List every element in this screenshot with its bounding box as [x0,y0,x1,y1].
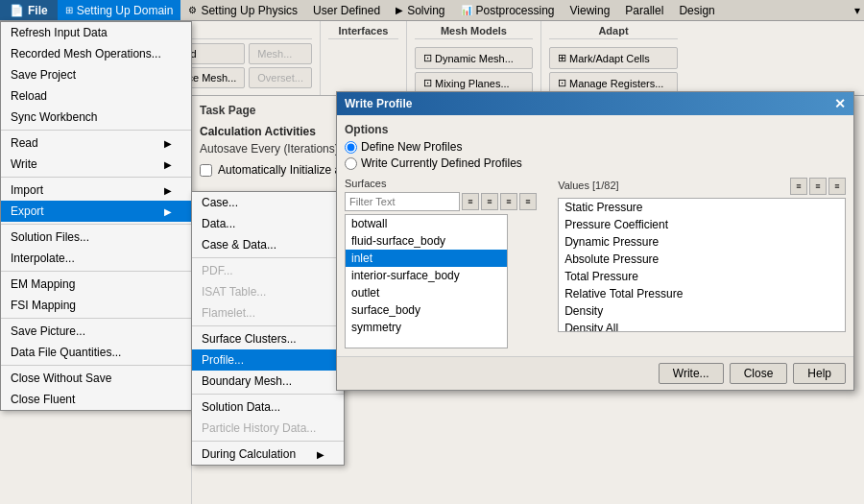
value-total-pressure[interactable]: Total Pressure [559,268,845,285]
menu-recorded-mesh[interactable]: Recorded Mesh Operations... [1,43,191,64]
auto-initialize-label: Automatically Initialize an [218,163,348,177]
menu-setting-up-physics[interactable]: ⚙ Setting Up Physics [180,0,305,20]
menu-solving[interactable]: ▶ Solving [388,0,452,20]
value-relative-total-pressure[interactable]: Relative Total Pressure [559,285,845,302]
menu-setting-up-domain[interactable]: ⊞ Setting Up Domain [58,0,181,20]
write-button[interactable]: Write... [659,363,724,384]
value-density[interactable]: Density [559,302,845,320]
menu-read[interactable]: Read ▶ [1,132,191,154]
file-icon: 📄 [10,4,24,17]
values-filter-btn-2[interactable]: ≡ [809,178,827,195]
values-list-container: Static Pressure Pressure Coefficient Dyn… [558,198,846,332]
menu-refresh-input[interactable]: Refresh Input Data [1,22,191,43]
submenu-during-calculation[interactable]: During Calculation ▶ [192,444,344,465]
file-menu-tab[interactable]: 📄 File [0,0,58,20]
values-filter-btn-3[interactable]: ≡ [828,178,846,195]
menu-export[interactable]: Export ▶ [1,201,191,222]
value-pressure-coefficient[interactable]: Pressure Coefficient [559,216,845,233]
filter-btn-4[interactable]: ≡ [519,193,537,210]
mesh-button[interactable]: Mesh... [249,43,312,64]
dialog-columns: Surfaces ≡ ≡ ≡ ≡ botwall fluid-surface_b… [345,178,846,348]
menu-viewing[interactable]: Viewing [563,0,618,20]
solving-icon: ▶ [396,5,403,15]
dynamic-mesh-button[interactable]: ⊡ Dynamic Mesh... [415,47,533,69]
physics-icon: ⚙ [188,5,197,15]
surfaces-list[interactable]: botwall fluid-surface_body inlet interio… [345,214,508,348]
radio-define-new-input[interactable] [345,141,357,154]
filter-btn-2[interactable]: ≡ [481,193,498,210]
radio-define-new: Define New Profiles [345,140,846,154]
mark-icon: ⊞ [558,52,566,64]
filter-row: ≡ ≡ ≡ ≡ [345,192,550,211]
radio-define-new-label: Define New Profiles [361,140,462,154]
close-button[interactable]: Close [730,363,788,384]
options-title: Options [345,123,846,136]
menu-user-defined[interactable]: User Defined [305,0,388,20]
submenu-solution-data[interactable]: Solution Data... [192,396,344,418]
surface-item-symmetry[interactable]: symmetry [346,319,507,336]
menu-parallel[interactable]: Parallel [617,0,671,20]
mixing-planes-icon: ⊡ [423,77,432,89]
menu-sync-workbench[interactable]: Sync Workbench [1,107,191,128]
submenu-data[interactable]: Data... [192,213,344,234]
surfaces-column: Surfaces ≡ ≡ ≡ ≡ botwall fluid-surface_b… [345,178,550,348]
auto-initialize-checkbox[interactable] [200,164,212,177]
surface-item-outlet[interactable]: outlet [346,284,507,301]
menu-data-file-quantities[interactable]: Data File Quantities... [1,342,191,363]
submenu-boundary-mesh[interactable]: Boundary Mesh... [192,371,344,392]
export-arrow: ▶ [164,206,172,217]
surface-item-surface-body[interactable]: surface_body [346,301,507,319]
submenu-flamelet: Flamelet... [192,302,344,324]
menu-import[interactable]: Import ▶ [1,180,191,201]
interfaces-section-title: Interfaces [328,25,398,39]
menu-solution-files[interactable]: Solution Files... [1,227,191,248]
menu-fsi-mapping[interactable]: FSI Mapping [1,295,191,316]
menu-write[interactable]: Write ▶ [1,154,191,175]
menu-save-picture[interactable]: Save Picture... [1,321,191,342]
menu-design[interactable]: Design [671,0,722,20]
dialog-close-button[interactable]: ✕ [834,96,846,111]
surface-item-fluid-surface-body[interactable]: fluid-surface_body [346,232,507,250]
submenu-profile[interactable]: Profile... [192,349,344,371]
submenu-isat: ISAT Table... [192,281,344,302]
toolbar-interfaces-section: Interfaces [321,21,407,95]
overset-button[interactable]: Overset... [249,67,312,88]
menu-save-project[interactable]: Save Project [1,64,191,85]
value-absolute-pressure[interactable]: Absolute Pressure [559,251,845,268]
submenu-pdf: PDF... [192,260,344,281]
dialog-footer: Write... Close Help [337,356,853,390]
radio-write-current-label: Write Currently Defined Profiles [361,156,522,170]
submenu-case-data[interactable]: Case & Data... [192,234,344,255]
value-static-pressure[interactable]: Static Pressure [559,199,845,216]
mark-adapt-cells-button[interactable]: ⊞ Mark/Adapt Cells [549,47,678,69]
expand-icon[interactable]: ▾ [854,4,864,17]
submenu-case[interactable]: Case... [192,192,344,213]
radio-write-current-input[interactable] [345,157,357,170]
surfaces-filter-input[interactable] [345,192,460,211]
export-submenu: Case... Data... Case & Data... PDF... IS… [191,191,345,466]
value-dynamic-pressure[interactable]: Dynamic Pressure [559,233,845,251]
toolbar-adapt-section: Adapt ⊞ Mark/Adapt Cells ⊡ Manage Regist… [541,21,685,95]
menu-reload[interactable]: Reload [1,85,191,107]
menu-postprocessing[interactable]: 📊 Postprocessing [453,0,563,20]
menu-close-without-save[interactable]: Close Without Save [1,368,191,389]
surface-item-botwall[interactable]: botwall [346,215,507,232]
dialog-title: Write Profile [345,97,412,110]
values-filter-btn-1[interactable]: ≡ [790,178,807,195]
import-arrow: ▶ [164,185,172,196]
menu-bar: 📄 File ⊞ Setting Up Domain ⚙ Setting Up … [0,0,864,21]
filter-btn-3[interactable]: ≡ [500,193,517,210]
menu-interpolate[interactable]: Interpolate... [1,248,191,269]
file-dropdown: Refresh Input Data Recorded Mesh Operati… [0,21,192,411]
submenu-surface-clusters[interactable]: Surface Clusters... [192,328,344,349]
values-list[interactable]: Static Pressure Pressure Coefficient Dyn… [558,198,846,332]
adapt-section-title: Adapt [549,25,678,39]
filter-btn-1[interactable]: ≡ [462,193,479,210]
menu-close-fluent[interactable]: Close Fluent [1,389,191,410]
help-button[interactable]: Help [793,363,846,384]
value-density-all[interactable]: Density All [559,320,845,332]
surface-item-interior[interactable]: interior-surface_body [346,267,507,284]
menu-em-mapping[interactable]: EM Mapping [1,274,191,295]
mesh-models-section-title: Mesh Models [415,25,533,39]
surface-item-inlet[interactable]: inlet [346,250,507,267]
